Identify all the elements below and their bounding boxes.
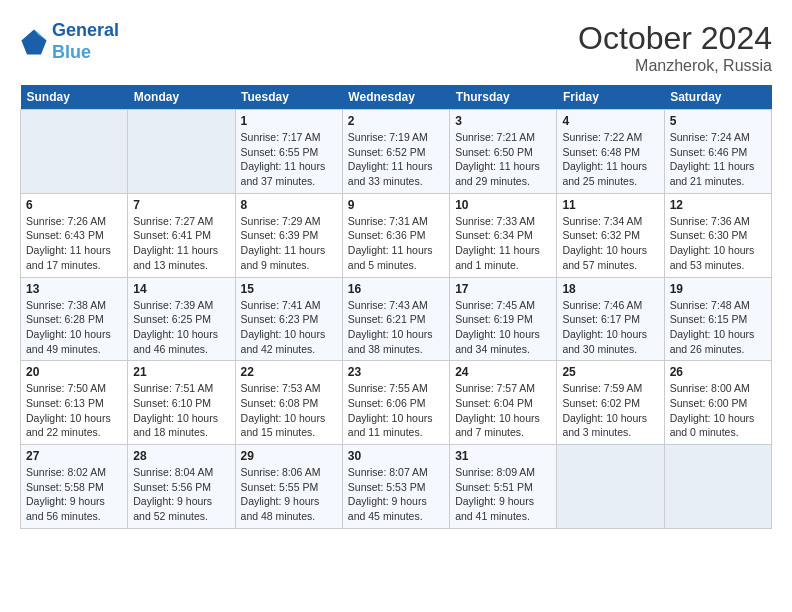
week-row-1: 1Sunrise: 7:17 AM Sunset: 6:55 PM Daylig… [21, 110, 772, 194]
calendar-cell: 16Sunrise: 7:43 AM Sunset: 6:21 PM Dayli… [342, 277, 449, 361]
calendar-cell: 29Sunrise: 8:06 AM Sunset: 5:55 PM Dayli… [235, 445, 342, 529]
day-detail: Sunrise: 8:09 AM Sunset: 5:51 PM Dayligh… [455, 465, 551, 524]
page-header: GeneralBlue October 2024 Manzherok, Russ… [20, 20, 772, 75]
calendar-cell: 27Sunrise: 8:02 AM Sunset: 5:58 PM Dayli… [21, 445, 128, 529]
weekday-header-monday: Monday [128, 85, 235, 110]
day-detail: Sunrise: 7:48 AM Sunset: 6:15 PM Dayligh… [670, 298, 766, 357]
day-number: 14 [133, 282, 229, 296]
day-detail: Sunrise: 7:39 AM Sunset: 6:25 PM Dayligh… [133, 298, 229, 357]
calendar-cell: 4Sunrise: 7:22 AM Sunset: 6:48 PM Daylig… [557, 110, 664, 194]
weekday-header-wednesday: Wednesday [342, 85, 449, 110]
calendar-cell: 13Sunrise: 7:38 AM Sunset: 6:28 PM Dayli… [21, 277, 128, 361]
week-row-5: 27Sunrise: 8:02 AM Sunset: 5:58 PM Dayli… [21, 445, 772, 529]
day-number: 17 [455, 282, 551, 296]
day-detail: Sunrise: 7:34 AM Sunset: 6:32 PM Dayligh… [562, 214, 658, 273]
weekday-header-tuesday: Tuesday [235, 85, 342, 110]
day-detail: Sunrise: 7:38 AM Sunset: 6:28 PM Dayligh… [26, 298, 122, 357]
day-number: 9 [348, 198, 444, 212]
day-detail: Sunrise: 7:43 AM Sunset: 6:21 PM Dayligh… [348, 298, 444, 357]
day-detail: Sunrise: 8:02 AM Sunset: 5:58 PM Dayligh… [26, 465, 122, 524]
day-number: 29 [241, 449, 337, 463]
day-number: 22 [241, 365, 337, 379]
day-number: 12 [670, 198, 766, 212]
day-detail: Sunrise: 7:55 AM Sunset: 6:06 PM Dayligh… [348, 381, 444, 440]
day-number: 6 [26, 198, 122, 212]
calendar-cell: 15Sunrise: 7:41 AM Sunset: 6:23 PM Dayli… [235, 277, 342, 361]
day-number: 3 [455, 114, 551, 128]
day-detail: Sunrise: 7:51 AM Sunset: 6:10 PM Dayligh… [133, 381, 229, 440]
weekday-header-row: SundayMondayTuesdayWednesdayThursdayFrid… [21, 85, 772, 110]
day-number: 13 [26, 282, 122, 296]
weekday-header-friday: Friday [557, 85, 664, 110]
location: Manzherok, Russia [578, 57, 772, 75]
day-number: 25 [562, 365, 658, 379]
calendar-cell: 17Sunrise: 7:45 AM Sunset: 6:19 PM Dayli… [450, 277, 557, 361]
day-detail: Sunrise: 7:50 AM Sunset: 6:13 PM Dayligh… [26, 381, 122, 440]
day-detail: Sunrise: 7:27 AM Sunset: 6:41 PM Dayligh… [133, 214, 229, 273]
day-detail: Sunrise: 7:31 AM Sunset: 6:36 PM Dayligh… [348, 214, 444, 273]
calendar-cell: 18Sunrise: 7:46 AM Sunset: 6:17 PM Dayli… [557, 277, 664, 361]
day-number: 4 [562, 114, 658, 128]
calendar-cell: 31Sunrise: 8:09 AM Sunset: 5:51 PM Dayli… [450, 445, 557, 529]
day-number: 28 [133, 449, 229, 463]
day-number: 15 [241, 282, 337, 296]
logo: GeneralBlue [20, 20, 119, 63]
day-number: 8 [241, 198, 337, 212]
day-number: 24 [455, 365, 551, 379]
calendar-cell: 2Sunrise: 7:19 AM Sunset: 6:52 PM Daylig… [342, 110, 449, 194]
weekday-header-sunday: Sunday [21, 85, 128, 110]
calendar-cell: 28Sunrise: 8:04 AM Sunset: 5:56 PM Dayli… [128, 445, 235, 529]
calendar-cell [664, 445, 771, 529]
day-detail: Sunrise: 7:17 AM Sunset: 6:55 PM Dayligh… [241, 130, 337, 189]
week-row-2: 6Sunrise: 7:26 AM Sunset: 6:43 PM Daylig… [21, 193, 772, 277]
day-detail: Sunrise: 7:24 AM Sunset: 6:46 PM Dayligh… [670, 130, 766, 189]
day-number: 11 [562, 198, 658, 212]
day-detail: Sunrise: 7:45 AM Sunset: 6:19 PM Dayligh… [455, 298, 551, 357]
calendar-cell: 12Sunrise: 7:36 AM Sunset: 6:30 PM Dayli… [664, 193, 771, 277]
calendar-cell: 21Sunrise: 7:51 AM Sunset: 6:10 PM Dayli… [128, 361, 235, 445]
day-number: 18 [562, 282, 658, 296]
calendar-cell: 8Sunrise: 7:29 AM Sunset: 6:39 PM Daylig… [235, 193, 342, 277]
calendar-cell: 20Sunrise: 7:50 AM Sunset: 6:13 PM Dayli… [21, 361, 128, 445]
week-row-4: 20Sunrise: 7:50 AM Sunset: 6:13 PM Dayli… [21, 361, 772, 445]
calendar-cell: 25Sunrise: 7:59 AM Sunset: 6:02 PM Dayli… [557, 361, 664, 445]
day-number: 20 [26, 365, 122, 379]
day-detail: Sunrise: 8:00 AM Sunset: 6:00 PM Dayligh… [670, 381, 766, 440]
day-detail: Sunrise: 8:07 AM Sunset: 5:53 PM Dayligh… [348, 465, 444, 524]
calendar-cell [557, 445, 664, 529]
title-block: October 2024 Manzherok, Russia [578, 20, 772, 75]
calendar-cell: 9Sunrise: 7:31 AM Sunset: 6:36 PM Daylig… [342, 193, 449, 277]
day-number: 31 [455, 449, 551, 463]
day-detail: Sunrise: 7:33 AM Sunset: 6:34 PM Dayligh… [455, 214, 551, 273]
calendar-cell: 14Sunrise: 7:39 AM Sunset: 6:25 PM Dayli… [128, 277, 235, 361]
day-number: 27 [26, 449, 122, 463]
day-number: 16 [348, 282, 444, 296]
calendar-cell [128, 110, 235, 194]
day-detail: Sunrise: 7:21 AM Sunset: 6:50 PM Dayligh… [455, 130, 551, 189]
day-detail: Sunrise: 7:19 AM Sunset: 6:52 PM Dayligh… [348, 130, 444, 189]
calendar-cell: 30Sunrise: 8:07 AM Sunset: 5:53 PM Dayli… [342, 445, 449, 529]
calendar-cell: 3Sunrise: 7:21 AM Sunset: 6:50 PM Daylig… [450, 110, 557, 194]
day-number: 26 [670, 365, 766, 379]
day-number: 1 [241, 114, 337, 128]
weekday-header-saturday: Saturday [664, 85, 771, 110]
month-year: October 2024 [578, 20, 772, 57]
day-detail: Sunrise: 7:22 AM Sunset: 6:48 PM Dayligh… [562, 130, 658, 189]
day-detail: Sunrise: 7:57 AM Sunset: 6:04 PM Dayligh… [455, 381, 551, 440]
calendar-cell: 19Sunrise: 7:48 AM Sunset: 6:15 PM Dayli… [664, 277, 771, 361]
day-detail: Sunrise: 7:59 AM Sunset: 6:02 PM Dayligh… [562, 381, 658, 440]
calendar-cell: 26Sunrise: 8:00 AM Sunset: 6:00 PM Dayli… [664, 361, 771, 445]
calendar-body: 1Sunrise: 7:17 AM Sunset: 6:55 PM Daylig… [21, 110, 772, 529]
calendar-cell: 7Sunrise: 7:27 AM Sunset: 6:41 PM Daylig… [128, 193, 235, 277]
svg-marker-0 [21, 29, 46, 54]
logo-icon [20, 28, 48, 56]
day-detail: Sunrise: 8:06 AM Sunset: 5:55 PM Dayligh… [241, 465, 337, 524]
day-number: 21 [133, 365, 229, 379]
week-row-3: 13Sunrise: 7:38 AM Sunset: 6:28 PM Dayli… [21, 277, 772, 361]
calendar-cell: 24Sunrise: 7:57 AM Sunset: 6:04 PM Dayli… [450, 361, 557, 445]
logo-text: GeneralBlue [52, 20, 119, 63]
calendar-cell: 11Sunrise: 7:34 AM Sunset: 6:32 PM Dayli… [557, 193, 664, 277]
day-detail: Sunrise: 7:29 AM Sunset: 6:39 PM Dayligh… [241, 214, 337, 273]
day-number: 19 [670, 282, 766, 296]
day-detail: Sunrise: 7:53 AM Sunset: 6:08 PM Dayligh… [241, 381, 337, 440]
